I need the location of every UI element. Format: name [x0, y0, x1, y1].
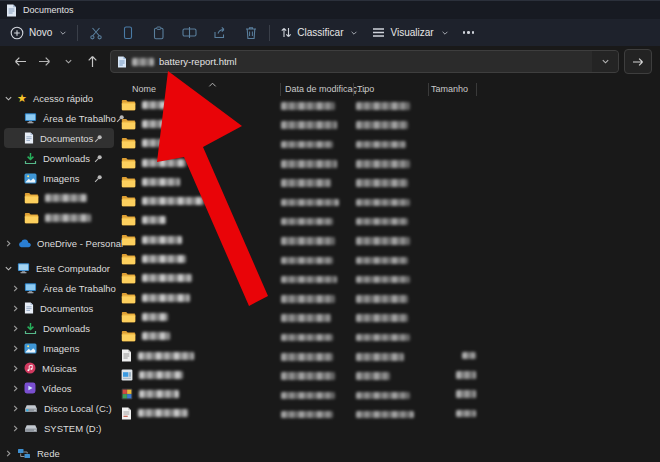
sidebar-item-imagens[interactable]: Imagens: [4, 168, 114, 188]
redacted-text: [281, 411, 333, 419]
sidebar-item-label: Este Computador: [36, 263, 110, 274]
folder-row[interactable]: [118, 191, 660, 210]
folder-row[interactable]: [118, 211, 660, 230]
file-row[interactable]: [118, 346, 660, 365]
redacted-text: [356, 353, 404, 361]
redacted-text: [281, 199, 339, 207]
redacted-text: [356, 199, 410, 207]
redacted-text: [356, 314, 408, 322]
share-icon: [213, 26, 227, 39]
view-list-icon: [372, 27, 385, 38]
address-dropdown-button[interactable]: [592, 51, 618, 72]
redacted-text: [45, 214, 91, 222]
cut-button[interactable]: [88, 25, 104, 41]
sidebar-item-downloads[interactable]: Downloads: [4, 148, 114, 168]
folder-row[interactable]: [118, 134, 660, 153]
rename-button[interactable]: [181, 25, 197, 41]
sidebar-item-imagens[interactable]: Imagens: [4, 338, 114, 358]
column-header-type[interactable]: Tipo: [357, 84, 374, 94]
file-text-icon: [121, 349, 132, 362]
delete-button[interactable]: [243, 25, 259, 41]
redacted-text: [356, 218, 408, 226]
sidebar-item-documentos[interactable]: Documentos: [4, 298, 114, 318]
sidebar-item-area-de-trabalho[interactable]: Área de Trabalho: [4, 278, 114, 298]
file-blue-icon: [121, 369, 133, 381]
go-to-button[interactable]: [624, 49, 652, 74]
redacted-text: [45, 194, 87, 202]
sidebar-section-onedrive-personal[interactable]: OneDrive - Personal: [4, 233, 114, 253]
folder-row[interactable]: [118, 230, 660, 249]
computer-icon: [17, 262, 30, 274]
downloads-icon: [24, 152, 37, 165]
folder-row[interactable]: [118, 327, 660, 346]
redacted-text: [356, 334, 410, 342]
view-button[interactable]: Visualizar: [372, 27, 448, 38]
file-list-pane: Nome Data de modificaç… Tipo Tamanho: [118, 77, 660, 461]
share-button[interactable]: [212, 25, 228, 41]
folder-icon: [121, 292, 136, 304]
column-header-name[interactable]: Nome: [132, 84, 156, 94]
folder-row[interactable]: [118, 114, 660, 133]
sidebar-item-label: Imagens: [43, 173, 79, 184]
sidebar-item-documentos[interactable]: Documentos: [4, 128, 114, 148]
redacted-text: [281, 121, 337, 129]
file-doc-icon: [121, 407, 132, 420]
redacted-text: [142, 139, 180, 147]
redacted-text: [142, 216, 166, 224]
folder-row[interactable]: [118, 269, 660, 288]
sidebar-section-este-computador[interactable]: Este Computador: [4, 258, 114, 278]
more-options-button[interactable]: [463, 31, 475, 34]
rename-icon: [182, 26, 197, 39]
sidebar-section-rede[interactable]: Rede: [4, 443, 114, 462]
folder-row[interactable]: [118, 95, 660, 114]
sidebar-section-acesso-rapido[interactable]: ★Acesso rápido: [4, 88, 114, 108]
redacted-text: [139, 371, 183, 379]
redacted-text: [356, 257, 408, 265]
sidebar-item-label: Imagens: [43, 343, 79, 354]
sidebar-item-redacted[interactable]: [4, 208, 114, 228]
clipboard-icon: [152, 26, 165, 40]
copy-button[interactable]: [119, 25, 135, 41]
sidebar-item-videos[interactable]: Vídeos: [4, 378, 114, 398]
sidebar-item-redacted[interactable]: [4, 188, 114, 208]
forward-button[interactable]: [32, 51, 56, 73]
file-row[interactable]: [118, 384, 660, 403]
go-arrow-icon: [632, 57, 644, 67]
video-icon: [24, 382, 36, 394]
sidebar-item-disco-local-c[interactable]: Disco Local (C:): [4, 398, 114, 418]
back-button[interactable]: [8, 51, 32, 73]
sort-button[interactable]: Classificar: [280, 26, 358, 39]
sidebar-item-label: Acesso rápido: [33, 93, 93, 104]
redacted-text: [356, 411, 414, 419]
new-button[interactable]: Novo: [10, 26, 67, 40]
redacted-text: [281, 160, 337, 168]
new-button-label: Novo: [29, 27, 52, 38]
folder-row[interactable]: [118, 249, 660, 268]
folder-row[interactable]: [118, 288, 660, 307]
titlebar: Documentos: [0, 0, 660, 19]
redacted-path-text: [132, 58, 154, 66]
up-button[interactable]: [80, 51, 104, 73]
chevron-down-icon: [4, 94, 13, 103]
view-button-label: Visualizar: [390, 27, 433, 38]
sidebar-item-musicas[interactable]: Músicas: [4, 358, 114, 378]
folder-icon: [121, 253, 136, 265]
redacted-text: [281, 295, 335, 303]
folder-row[interactable]: [118, 153, 660, 172]
onedrive-icon: [17, 239, 31, 248]
music-icon: [24, 362, 36, 374]
drive-icon: [24, 424, 38, 433]
folder-row[interactable]: [118, 307, 660, 326]
sidebar-item-area-de-trabalho[interactable]: Área de Trabalho: [4, 108, 114, 128]
column-header-size[interactable]: Tamanho: [431, 84, 468, 94]
desktop-icon: [24, 112, 37, 124]
recent-locations-button[interactable]: [56, 51, 80, 73]
address-bar-input[interactable]: battery-report.html: [110, 50, 619, 73]
folder-row[interactable]: [118, 172, 660, 191]
file-row[interactable]: [118, 404, 660, 423]
command-bar: Novo: [0, 19, 660, 46]
paste-button[interactable]: [150, 25, 166, 41]
file-row[interactable]: [118, 365, 660, 384]
sidebar-item-system-d[interactable]: SYSTEM (D:): [4, 418, 114, 438]
sidebar-item-downloads[interactable]: Downloads: [4, 318, 114, 338]
